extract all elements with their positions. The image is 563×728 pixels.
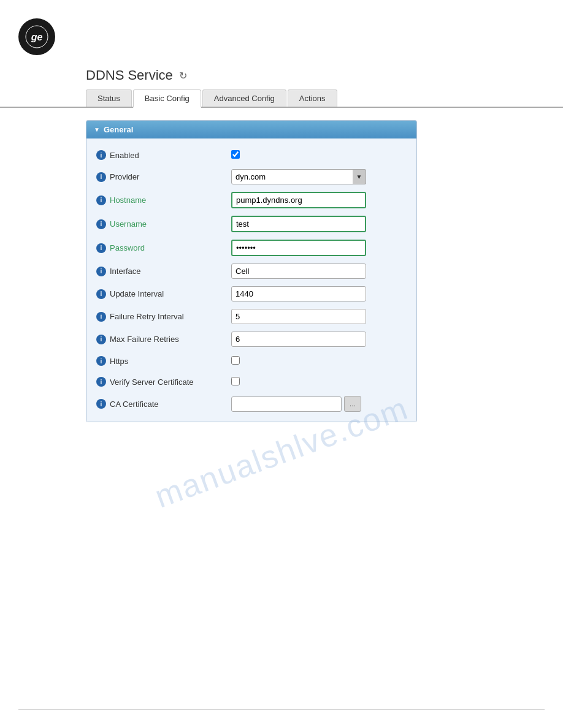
tabs-area: Status Basic Config Advanced Config Acti… — [0, 89, 563, 108]
input-username[interactable] — [231, 216, 366, 232]
control-hostname — [231, 192, 407, 208]
label-hostname: Hostname — [110, 195, 146, 205]
refresh-icon[interactable]: ↻ — [179, 70, 187, 82]
form-row-update-interval: i Update Interval — [86, 282, 416, 305]
main-content: ▼ General i Enabled — [0, 108, 563, 434]
info-icon-password: i — [96, 243, 106, 253]
ca-cert-wrapper: … — [231, 396, 407, 412]
form-row-failure-retry: i Failure Retry Interval — [86, 305, 416, 328]
info-icon-interface: i — [96, 267, 106, 276]
tab-status[interactable]: Status — [86, 89, 132, 107]
input-ca-cert[interactable] — [231, 396, 342, 412]
tab-basic-config[interactable]: Basic Config — [133, 89, 201, 108]
label-password: Password — [110, 243, 145, 252]
form-row-https: i Https — [86, 351, 416, 371]
header: ge — [0, 12, 563, 61]
info-icon-hostname: i — [96, 195, 106, 205]
form-row-verify-cert: i Verify Server Certificate — [86, 371, 416, 392]
info-icon-verify-cert: i — [96, 377, 106, 387]
control-password — [231, 240, 407, 256]
footer-line — [18, 709, 545, 710]
label-area-password: i Password — [96, 243, 231, 253]
control-verify-cert — [231, 377, 407, 387]
control-username — [231, 216, 407, 232]
info-icon-username: i — [96, 219, 106, 229]
page-title: DDNS Service — [86, 67, 173, 83]
checkbox-verify-cert[interactable] — [231, 377, 240, 385]
control-interface — [231, 264, 407, 279]
svg-text:ge: ge — [31, 32, 43, 42]
info-icon-update-interval: i — [96, 289, 106, 299]
general-panel: ▼ General i Enabled — [86, 120, 417, 422]
form-row-ca-cert: i CA Certificate … — [86, 392, 416, 415]
panel-arrow: ▼ — [94, 126, 100, 133]
control-update-interval — [231, 286, 407, 301]
form-row-max-retries: i Max Failure Retries — [86, 328, 416, 351]
input-failure-retry[interactable] — [231, 309, 366, 324]
checkbox-https[interactable] — [231, 356, 240, 365]
page-title-area: DDNS Service ↻ — [0, 61, 563, 89]
input-hostname[interactable] — [231, 192, 366, 208]
page-wrapper: ge DDNS Service ↻ Status Basic Config Ad… — [0, 0, 563, 728]
label-ca-cert: CA Certificate — [110, 400, 158, 409]
input-interface[interactable] — [231, 264, 366, 279]
form-row-provider: i Provider dyn.com ▼ — [86, 165, 416, 188]
control-ca-cert: … — [231, 396, 407, 412]
label-enabled: Enabled — [110, 151, 139, 160]
form-row-username: i Username — [86, 212, 416, 236]
label-username: Username — [110, 219, 147, 229]
label-update-interval: Update Interval — [110, 289, 164, 298]
info-icon-max-retries: i — [96, 335, 106, 344]
control-enabled — [231, 150, 407, 161]
label-area-enabled: i Enabled — [96, 150, 231, 160]
label-area-interface: i Interface — [96, 267, 231, 276]
label-verify-cert: Verify Server Certificate — [110, 377, 194, 387]
label-area-username: i Username — [96, 219, 231, 229]
label-area-provider: i Provider — [96, 172, 231, 182]
form-row-interface: i Interface — [86, 260, 416, 282]
control-provider: dyn.com ▼ — [231, 169, 407, 184]
select-wrapper-provider: dyn.com ▼ — [231, 169, 366, 184]
label-interface: Interface — [110, 267, 141, 276]
checkbox-enabled[interactable] — [231, 150, 240, 159]
panel-title: General — [104, 125, 133, 134]
ge-logo: ge — [18, 18, 55, 55]
browse-button[interactable]: … — [344, 396, 361, 412]
input-password[interactable] — [231, 240, 366, 256]
form-row-hostname: i Hostname — [86, 188, 416, 212]
control-https — [231, 356, 407, 366]
form-row-password: i Password — [86, 236, 416, 260]
label-https: Https — [110, 357, 128, 366]
panel-header: ▼ General — [86, 121, 416, 138]
label-failure-retry: Failure Retry Interval — [110, 312, 184, 321]
info-icon-https: i — [96, 356, 106, 366]
form-row-enabled: i Enabled — [86, 145, 416, 165]
label-area-update-interval: i Update Interval — [96, 289, 231, 299]
info-icon-enabled: i — [96, 150, 106, 160]
input-update-interval[interactable] — [231, 286, 366, 301]
label-area-ca-cert: i CA Certificate — [96, 399, 231, 409]
info-icon-provider: i — [96, 172, 106, 182]
label-area-verify-cert: i Verify Server Certificate — [96, 377, 231, 387]
input-max-retries[interactable] — [231, 332, 366, 347]
tab-advanced-config[interactable]: Advanced Config — [202, 89, 286, 107]
label-area-max-retries: i Max Failure Retries — [96, 335, 231, 344]
control-failure-retry — [231, 309, 407, 324]
form-body: i Enabled i Provider — [86, 138, 416, 422]
select-provider[interactable]: dyn.com — [231, 169, 366, 184]
label-provider: Provider — [110, 172, 139, 181]
info-icon-ca-cert: i — [96, 399, 106, 409]
ge-logo-svg: ge — [25, 25, 49, 49]
label-max-retries: Max Failure Retries — [110, 335, 179, 344]
control-max-retries — [231, 332, 407, 347]
tab-actions[interactable]: Actions — [288, 89, 337, 107]
label-area-hostname: i Hostname — [96, 195, 231, 205]
label-area-failure-retry: i Failure Retry Interval — [96, 312, 231, 322]
label-area-https: i Https — [96, 356, 231, 366]
info-icon-failure-retry: i — [96, 312, 106, 322]
